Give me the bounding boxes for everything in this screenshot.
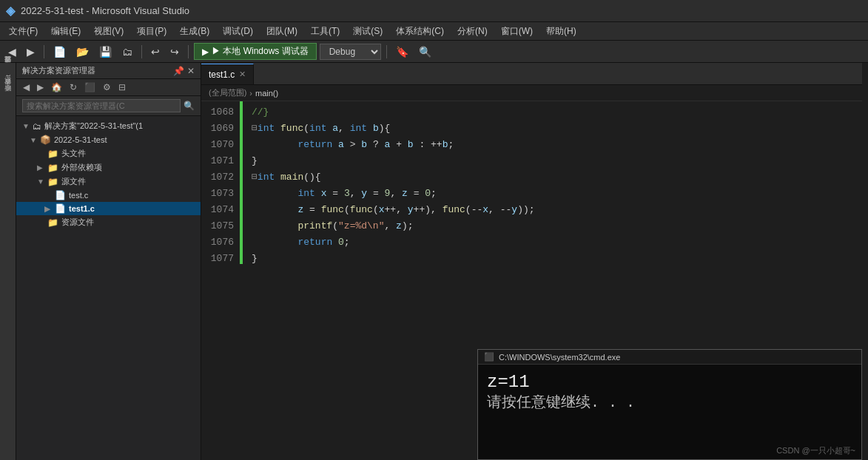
sol-tb-refresh[interactable]: ↻ (67, 81, 79, 93)
solution-panel-header: 解决方案资源管理器 📌 ✕ (16, 63, 201, 79)
gutter-1068 (240, 101, 243, 118)
test-c-item[interactable]: 📄 test.c (16, 189, 201, 202)
debug-config-dropdown[interactable]: Debug Release (320, 44, 381, 60)
sol-tb-collapse[interactable]: ⬛ (82, 81, 98, 93)
tab-test1-c[interactable]: test1.c ✕ (201, 64, 254, 84)
solution-icon: 🗂 (33, 121, 41, 132)
tab-close-icon[interactable]: ✕ (239, 70, 246, 79)
solution-panel-icons: 📌 ✕ (173, 66, 195, 76)
tab-bar: test1.c ✕ (201, 63, 862, 85)
breadcrumb-sep: › (249, 89, 252, 98)
cmd-titlebar: ⬛ C:\WINDOWS\system32\cmd.exe (478, 350, 861, 365)
code-line-1068[interactable]: //} (244, 104, 862, 121)
sol-tb-back[interactable]: ◀ (21, 81, 32, 93)
line-num-1073: 1073 (201, 186, 234, 202)
breadcrumb-func[interactable]: main() (255, 89, 278, 98)
toolbar-save-all-btn[interactable]: 🗂 (118, 44, 136, 59)
code-line-1076[interactable]: return 0; (244, 234, 862, 251)
menu-edit[interactable]: 编辑(E) (45, 24, 87, 39)
code-line-1071[interactable]: } (244, 153, 862, 169)
code-line-1070[interactable]: return a > b ? a + b : ++b; (244, 137, 862, 153)
project-icon: 📦 (40, 135, 51, 145)
search-strip-icon[interactable]: 搜索 (3, 88, 13, 92)
code-line-1072[interactable]: ⊟int main(){ (244, 169, 862, 186)
gutter-1070 (240, 134, 243, 150)
toolbar-sep-4 (386, 45, 387, 58)
solution-search-button[interactable]: 🔍 (184, 101, 195, 111)
menu-analyze[interactable]: 分析(N) (451, 24, 494, 39)
code-line-1073[interactable]: int x = 3, y = 9, z = 0; (244, 186, 862, 202)
solution-toolbar: ◀ ▶ 🏠 ↻ ⬛ ⚙ ⊟ (16, 79, 201, 96)
cmd-window: ⬛ C:\WINDOWS\system32\cmd.exe z=11 请按任意键… (477, 349, 862, 460)
solution-root-item[interactable]: ▼ 🗂 解决方案"2022-5-31-test"(1 (16, 119, 201, 133)
root-expand-icon: ▼ (22, 122, 30, 130)
solution-tree: ▼ 🗂 解决方案"2022-5-31-test"(1 ▼ 📦 2022-5-31… (16, 116, 201, 460)
menu-debug[interactable]: 调试(D) (217, 24, 259, 39)
headers-folder-item[interactable]: 📁 头文件 (16, 146, 201, 160)
menu-window[interactable]: 窗口(W) (495, 24, 539, 39)
code-line-1074[interactable]: z = func(func(x++, y++), func(--x, --y))… (244, 202, 862, 218)
line-num-1070: 1070 (201, 137, 234, 153)
menu-view[interactable]: 视图(V) (88, 24, 129, 39)
title-bar: ◈ 2022-5-31-test - Microsoft Visual Stud… (0, 0, 868, 22)
toolbar: ◀ ▶ 📄 📂 💾 🗂 ↩ ↪ ▶ ▶ 本地 Windows 调试器 Debug… (0, 41, 868, 63)
sol-tb-props[interactable]: ⚙ (101, 81, 113, 93)
solution-root-label: 解决方案"2022-5-31-test"(1 (44, 121, 143, 132)
toolbar-redo-btn[interactable]: ↪ (166, 44, 183, 59)
menu-architecture[interactable]: 体系结构(C) (390, 24, 450, 39)
line-num-1076: 1076 (201, 234, 234, 251)
toolbar-open-btn[interactable]: 📂 (73, 44, 92, 59)
sol-tb-filter[interactable]: ⊟ (116, 81, 128, 93)
toolbar-forward-btn[interactable]: ▶ (23, 44, 38, 59)
code-editor: 1068 1069 1070 1071 1072 1073 1074 1075 … (201, 101, 862, 460)
explorer-strip-icon[interactable]: 资源管理器 (3, 66, 13, 70)
close-panel-icon[interactable]: ✕ (187, 66, 195, 76)
project-label: 2022-5-31-test (54, 135, 107, 144)
toolbar-back-btn[interactable]: ◀ (4, 44, 20, 59)
menu-tools[interactable]: 工具(T) (305, 24, 346, 39)
menu-test[interactable]: 测试(S) (347, 24, 388, 39)
test-c-label: test.c (69, 191, 88, 200)
line-num-1071: 1071 (201, 153, 234, 169)
cmd-output-press-key: 请按任意键继续. . . (487, 393, 852, 413)
gutter-1076 (240, 231, 243, 248)
toolbar-save-btn[interactable]: 💾 (95, 44, 115, 59)
menu-project[interactable]: 项目(P) (131, 24, 172, 39)
debug-run-button[interactable]: ▶ ▶ 本地 Windows 调试器 (194, 43, 317, 60)
cmd-output-z11: z=11 (487, 371, 852, 393)
source-folder-label: 源文件 (61, 176, 86, 187)
diagnostics-strip-icon[interactable]: 诊断 (3, 95, 13, 99)
cmd-body: z=11 请按任意键继续. . . (478, 365, 861, 445)
resource-files-item[interactable]: 📁 资源文件 (16, 215, 201, 229)
menu-team[interactable]: 团队(M) (260, 24, 303, 39)
toolbar-new-btn[interactable]: 📄 (50, 44, 70, 59)
solution-panel: 解决方案资源管理器 📌 ✕ ◀ ▶ 🏠 ↻ ⬛ ⚙ ⊟ 🔍 ▼ 🗂 解决方案"2… (16, 63, 201, 460)
line-num-1074: 1074 (201, 202, 234, 218)
project-item[interactable]: ▼ 📦 2022-5-31-test (16, 133, 201, 146)
main-layout: 资源管理器 Git 搜索 诊断 解决方案资源管理器 📌 ✕ ◀ ▶ 🏠 ↻ ⬛ … (0, 63, 868, 460)
pin-icon[interactable]: 📌 (173, 66, 184, 76)
sol-tb-forward[interactable]: ▶ (35, 81, 46, 93)
test1-c-item[interactable]: ▶ 📄 test1.c (16, 202, 201, 215)
solution-search-input[interactable] (22, 99, 181, 112)
toolbar-sep-3 (188, 45, 189, 58)
line-numbers: 1068 1069 1070 1071 1072 1073 1074 1075 … (201, 101, 240, 460)
toolbar-undo-btn[interactable]: ↩ (147, 44, 164, 59)
minimap (862, 63, 868, 460)
sol-tb-home[interactable]: 🏠 (49, 81, 64, 93)
toolbar-search-btn[interactable]: 🔍 (415, 44, 435, 59)
code-line-1077[interactable]: } (244, 251, 862, 267)
toolbar-bookmark-btn[interactable]: 🔖 (392, 44, 412, 59)
menu-help[interactable]: 帮助(H) (540, 24, 582, 39)
cmd-icon: ⬛ (484, 352, 494, 362)
git-strip-icon[interactable]: Git (4, 72, 12, 86)
menu-file[interactable]: 文件(F) (3, 24, 44, 39)
menu-build[interactable]: 生成(B) (174, 24, 215, 39)
code-line-1069[interactable]: ⊟int func(int a, int b){ (244, 121, 862, 137)
external-deps-item[interactable]: ▶ 📁 外部依赖项 (16, 160, 201, 175)
line-num-1072: 1072 (201, 169, 234, 186)
test1-c-file-icon: 📄 (55, 203, 66, 214)
code-line-1075[interactable]: printf("z=%d\n", z); (244, 218, 862, 234)
source-files-item[interactable]: ▼ 📁 源文件 (16, 175, 201, 189)
gutter-1077 (240, 248, 243, 264)
